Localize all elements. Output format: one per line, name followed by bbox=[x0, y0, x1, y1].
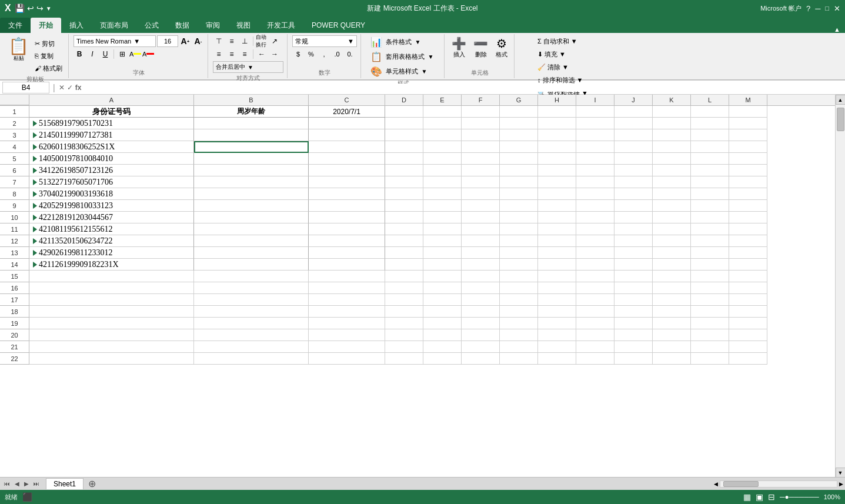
cell-b8[interactable] bbox=[194, 188, 309, 200]
cell-j18[interactable] bbox=[614, 306, 653, 318]
cell-e6[interactable] bbox=[423, 165, 462, 176]
col-header-f[interactable]: F bbox=[462, 95, 500, 105]
cell-l8[interactable] bbox=[691, 188, 729, 200]
vertical-scrollbar[interactable]: ▲ ▼ bbox=[835, 95, 845, 478]
cell-g9[interactable] bbox=[500, 200, 538, 212]
cell-i11[interactable] bbox=[576, 223, 614, 235]
row-header-5[interactable]: 5 bbox=[0, 153, 29, 165]
row-header-2[interactable]: 2 bbox=[0, 118, 29, 129]
hscroll-right-button[interactable]: ▶ bbox=[837, 481, 845, 487]
cell-d20[interactable] bbox=[385, 329, 423, 341]
cell-l2[interactable] bbox=[691, 118, 729, 129]
cell-c3[interactable] bbox=[309, 129, 385, 141]
cell-g20[interactable] bbox=[500, 329, 538, 341]
decimal-increase-button[interactable]: .0 bbox=[331, 48, 343, 60]
cell-j16[interactable] bbox=[614, 282, 653, 294]
cell-e19[interactable] bbox=[423, 318, 462, 329]
comma-button[interactable]: , bbox=[318, 48, 330, 60]
cell-b20[interactable] bbox=[194, 329, 309, 341]
fill-color-button[interactable]: A bbox=[129, 48, 141, 60]
cell-b19[interactable] bbox=[194, 318, 309, 329]
scroll-track[interactable] bbox=[836, 105, 845, 468]
cell-a16[interactable] bbox=[29, 282, 194, 294]
cell-e13[interactable] bbox=[423, 247, 462, 259]
view-normal-icon[interactable]: ▦ bbox=[743, 492, 751, 502]
cell-m6[interactable] bbox=[729, 165, 767, 176]
cell-c12[interactable] bbox=[309, 235, 385, 247]
cell-l18[interactable] bbox=[691, 306, 729, 318]
undo-icon[interactable]: ↩ bbox=[27, 4, 34, 13]
cell-k7[interactable] bbox=[653, 176, 691, 188]
align-middle-button[interactable]: ≡ bbox=[226, 35, 238, 47]
cell-b11[interactable] bbox=[194, 223, 309, 235]
cell-e1[interactable] bbox=[423, 106, 462, 118]
cell-h22[interactable] bbox=[538, 353, 576, 365]
formula-insert-icon[interactable]: fx bbox=[75, 84, 82, 92]
cell-k8[interactable] bbox=[653, 188, 691, 200]
cell-f21[interactable] bbox=[462, 341, 500, 353]
cell-d1[interactable] bbox=[385, 106, 423, 118]
cell-a22[interactable] bbox=[29, 353, 194, 365]
cell-a13[interactable]: 429026199811233012 bbox=[29, 247, 194, 259]
tab-home[interactable]: 开始 bbox=[31, 18, 61, 33]
cell-f5[interactable] bbox=[462, 153, 500, 165]
cell-j14[interactable] bbox=[614, 259, 653, 271]
cell-g16[interactable] bbox=[500, 282, 538, 294]
cell-e12[interactable] bbox=[423, 235, 462, 247]
cell-b15[interactable] bbox=[194, 271, 309, 282]
insert-button[interactable]: ➕ 插入 bbox=[449, 35, 469, 60]
cell-c4[interactable] bbox=[309, 141, 385, 153]
row-header-4[interactable]: 4 bbox=[0, 141, 29, 153]
cell-m13[interactable] bbox=[729, 247, 767, 259]
cell-a20[interactable] bbox=[29, 329, 194, 341]
restore-icon[interactable]: □ bbox=[825, 5, 829, 12]
cell-a3[interactable]: 214501199907127381 bbox=[29, 129, 194, 141]
cell-c17[interactable] bbox=[309, 294, 385, 306]
cell-f17[interactable] bbox=[462, 294, 500, 306]
cell-f4[interactable] bbox=[462, 141, 500, 153]
cell-e9[interactable] bbox=[423, 200, 462, 212]
row-header-11[interactable]: 11 bbox=[0, 223, 29, 235]
cell-c19[interactable] bbox=[309, 318, 385, 329]
cell-h14[interactable] bbox=[538, 259, 576, 271]
cell-e11[interactable] bbox=[423, 223, 462, 235]
cell-a2[interactable]: 515689197905170231 bbox=[29, 118, 194, 129]
font-increase-button[interactable]: A+ bbox=[179, 35, 191, 47]
hscroll-left-button[interactable]: ◀ bbox=[712, 481, 720, 487]
cell-j12[interactable] bbox=[614, 235, 653, 247]
cell-h16[interactable] bbox=[538, 282, 576, 294]
sheet-add-button[interactable]: ⊕ bbox=[84, 477, 101, 490]
cell-l12[interactable] bbox=[691, 235, 729, 247]
cell-e10[interactable] bbox=[423, 212, 462, 223]
conditional-format-button[interactable]: 📊 条件格式 ▼ bbox=[368, 35, 439, 49]
row-header-17[interactable]: 17 bbox=[0, 294, 29, 306]
cell-e17[interactable] bbox=[423, 294, 462, 306]
cell-e20[interactable] bbox=[423, 329, 462, 341]
cell-m4[interactable] bbox=[729, 141, 767, 153]
cell-d10[interactable] bbox=[385, 212, 423, 223]
zoom-slider[interactable]: ─●────── bbox=[780, 493, 819, 501]
cell-j8[interactable] bbox=[614, 188, 653, 200]
cell-g5[interactable] bbox=[500, 153, 538, 165]
wrap-text-button[interactable]: 自动换行 bbox=[256, 35, 268, 47]
cell-i2[interactable] bbox=[576, 118, 614, 129]
sheet-nav-prev[interactable]: ◀ bbox=[13, 480, 21, 487]
cell-m21[interactable] bbox=[729, 341, 767, 353]
view-page-layout-icon[interactable]: ▣ bbox=[756, 492, 763, 502]
cell-l3[interactable] bbox=[691, 129, 729, 141]
currency-button[interactable]: $ bbox=[292, 48, 304, 60]
cell-k18[interactable] bbox=[653, 306, 691, 318]
cell-a12[interactable]: 421135201506234722 bbox=[29, 235, 194, 247]
cell-k13[interactable] bbox=[653, 247, 691, 259]
font-name-dropdown[interactable]: Times New Roman ▼ bbox=[74, 35, 156, 47]
cell-i20[interactable] bbox=[576, 329, 614, 341]
cell-d14[interactable] bbox=[385, 259, 423, 271]
row-header-22[interactable]: 22 bbox=[0, 353, 29, 365]
cell-b9[interactable] bbox=[194, 200, 309, 212]
cell-h1[interactable] bbox=[538, 106, 576, 118]
cell-f11[interactable] bbox=[462, 223, 500, 235]
cut-button[interactable]: ✂ 剪切 bbox=[32, 38, 65, 49]
cell-i15[interactable] bbox=[576, 271, 614, 282]
macro-record-icon[interactable]: ⬛ bbox=[22, 492, 32, 502]
cell-k3[interactable] bbox=[653, 129, 691, 141]
